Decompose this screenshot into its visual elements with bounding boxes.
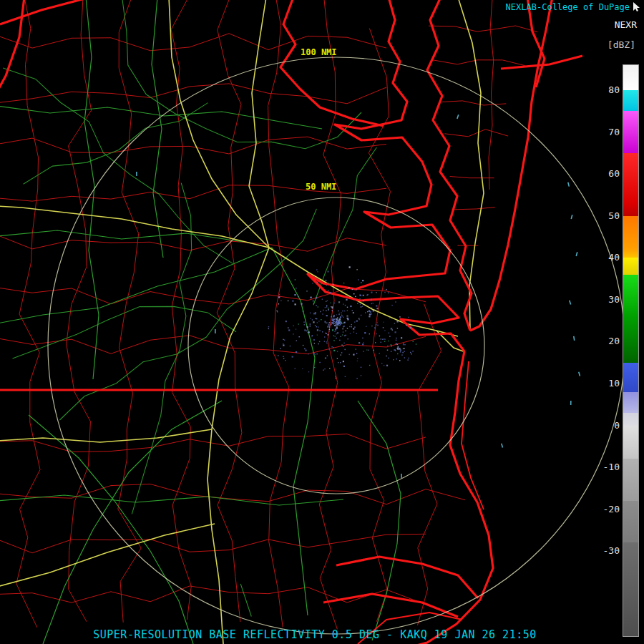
colorbar-tick-label: 0: [614, 419, 620, 430]
colorbar: [623, 64, 639, 637]
colorbar-tick-label: 80: [608, 84, 620, 95]
colorbar-tick-label: -30: [603, 545, 620, 556]
range-ring-label-100: 100 NMI: [301, 47, 337, 57]
radar-display: NEXLAB-College of DuPage NEXR [dBZ] 8070…: [0, 0, 644, 644]
product-caption: SUPER-RESOLUTION BASE REFLECTIVITY 0.5 D…: [0, 628, 630, 641]
colorbar-tick-label: 60: [608, 168, 620, 179]
cursor-icon: [633, 2, 641, 12]
colorbar-tick-label: 50: [608, 210, 620, 220]
brand-text: NEXLAB-College of DuPage: [506, 2, 630, 12]
colorbar-tick-label: -20: [603, 503, 620, 514]
colorbar-product-label: NEXR: [615, 19, 637, 30]
radar-map-canvas: [0, 0, 644, 644]
colorbar-tick-label: 30: [608, 293, 620, 304]
colorbar-tick-label: 40: [608, 252, 620, 263]
colorbar-tick-label: 10: [608, 377, 620, 388]
colorbar-units-label: [dBZ]: [608, 39, 635, 50]
colorbar-tick-label: -10: [603, 462, 620, 472]
range-ring-label-50: 50 NMI: [306, 182, 336, 192]
colorbar-tick-labels: 80706050403020100-10-20-30: [590, 64, 620, 635]
colorbar-tick-label: 20: [608, 336, 620, 346]
colorbar-tick-label: 70: [608, 126, 620, 137]
